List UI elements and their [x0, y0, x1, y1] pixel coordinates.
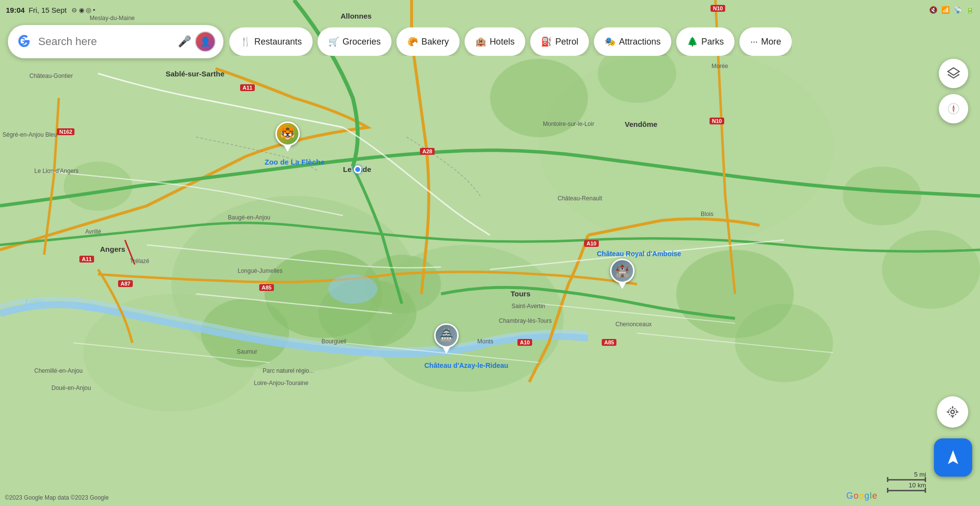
- map-controls: [939, 59, 968, 123]
- parks-icon: 🌲: [687, 36, 698, 47]
- pill-bakery[interactable]: 🥐Bakery: [396, 27, 460, 56]
- scale-line-km: [887, 490, 926, 491]
- user-location: [354, 166, 362, 173]
- pill-more[interactable]: ···More: [739, 27, 792, 56]
- google-watermark: Google: [846, 491, 877, 501]
- more-label: More: [761, 37, 781, 47]
- attractions-label: Attractions: [619, 37, 661, 47]
- svg-point-14: [843, 167, 921, 225]
- user-avatar[interactable]: 👤: [195, 31, 216, 52]
- svg-text:G: G: [18, 36, 25, 47]
- search-box[interactable]: G 🎤 👤: [8, 25, 223, 58]
- compass-button[interactable]: [939, 94, 968, 123]
- more-icon: ···: [750, 37, 758, 47]
- hotels-icon: 🏨: [475, 36, 486, 47]
- poi-chateau-amboise[interactable]: 🏰: [610, 259, 635, 289]
- category-pills: 🍴Restaurants🛒Groceries🥐Bakery🏨Hotels⛽Pet…: [229, 27, 792, 56]
- poi-chateau-azay[interactable]: 🏯: [434, 323, 459, 354]
- hotels-label: Hotels: [490, 37, 514, 47]
- svg-point-15: [882, 230, 980, 309]
- svg-marker-19: [953, 104, 955, 109]
- poi-zoo-fleche[interactable]: 🐯: [275, 121, 300, 152]
- svg-point-11: [64, 162, 132, 211]
- svg-point-22: [949, 408, 956, 416]
- svg-point-9: [490, 59, 588, 137]
- petrol-label: Petrol: [555, 37, 578, 47]
- mic-icon[interactable]: 🎤: [178, 35, 191, 48]
- pill-restaurants[interactable]: 🍴Restaurants: [229, 27, 313, 56]
- map-container[interactable]: A28 A28 A11 A11 A10 A10 A85 A85 A87 N10 …: [0, 0, 980, 506]
- scale-label-km: 10 km: [909, 482, 926, 489]
- location-button[interactable]: [937, 396, 968, 428]
- pill-hotels[interactable]: 🏨Hotels: [465, 27, 525, 56]
- google-logo-icon: G: [16, 33, 33, 50]
- copyright-text: ©2023 Google Map data ©2023 Google: [5, 494, 109, 501]
- svg-point-16: [328, 274, 377, 304]
- pill-parks[interactable]: 🌲Parks: [676, 27, 735, 56]
- scale-bar: 5 mi 10 km: [887, 471, 926, 491]
- restaurants-icon: 🍴: [240, 36, 251, 47]
- attractions-icon: 🎭: [605, 36, 615, 47]
- navigate-button[interactable]: [934, 438, 972, 477]
- search-input[interactable]: [38, 35, 174, 48]
- svg-point-21: [951, 410, 955, 414]
- groceries-label: Groceries: [343, 37, 381, 47]
- petrol-icon: ⛽: [541, 36, 552, 47]
- svg-point-4: [539, 49, 833, 245]
- layers-button[interactable]: [939, 59, 968, 88]
- pill-attractions[interactable]: 🎭Attractions: [594, 27, 671, 56]
- svg-marker-17: [948, 68, 959, 75]
- svg-point-13: [735, 304, 833, 382]
- bakery-icon: 🥐: [407, 36, 418, 47]
- map-svg: [0, 0, 980, 506]
- parks-label: Parks: [701, 37, 724, 47]
- svg-marker-20: [953, 109, 955, 113]
- pill-groceries[interactable]: 🛒Groceries: [318, 27, 392, 56]
- restaurants-label: Restaurants: [254, 37, 302, 47]
- scale-line-miles: [887, 479, 926, 481]
- pill-petrol[interactable]: ⛽Petrol: [530, 27, 589, 56]
- groceries-icon: 🛒: [328, 36, 339, 47]
- bakery-label: Bakery: [421, 37, 449, 47]
